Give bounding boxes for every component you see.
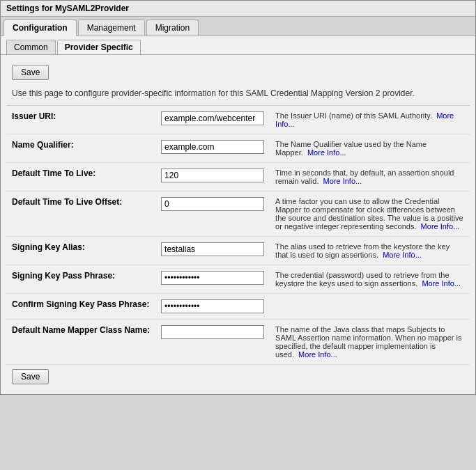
issuer-uri-label: Issuer URI: [6, 106, 155, 134]
signing-key-pass-cell [155, 265, 270, 294]
default-name-mapper-label: Default Name Mapper Class Name: [6, 320, 155, 365]
signing-key-alias-input[interactable] [161, 242, 264, 256]
table-row: Confirm Signing Key Pass Phrase: [6, 294, 470, 320]
save-button-top[interactable]: Save [12, 65, 49, 80]
default-ttl-label: Default Time To Live: [6, 163, 155, 191]
default-ttl-cell [155, 163, 270, 191]
table-row: Issuer URI: The Issuer URI (name) of thi… [6, 106, 470, 134]
table-row: Default Name Mapper Class Name: The name… [6, 320, 470, 365]
issuer-uri-desc: The Issuer URI (name) of this SAML Autho… [270, 106, 470, 134]
signing-key-alias-label: Signing Key Alias: [6, 237, 155, 265]
signing-key-pass-more-info[interactable]: More Info... [422, 279, 461, 288]
default-ttl-offset-more-info[interactable]: More Info... [421, 222, 460, 230]
table-row: Signing Key Pass Phrase: The credential … [6, 265, 470, 294]
issuer-uri-cell [155, 106, 270, 134]
signing-key-pass-label: Signing Key Pass Phrase: [6, 265, 155, 294]
save-button-bottom[interactable]: Save [12, 369, 49, 384]
tab-provider-specific[interactable]: Provider Specific [57, 40, 141, 54]
default-ttl-desc: Time in seconds that, by default, an ass… [270, 163, 470, 191]
default-ttl-input[interactable] [161, 169, 264, 182]
confirm-signing-key-pass-desc [270, 294, 470, 320]
default-ttl-offset-input[interactable] [161, 197, 264, 211]
default-ttl-more-info[interactable]: More Info... [323, 177, 362, 185]
tab-configuration[interactable]: Configuration [3, 19, 77, 36]
default-ttl-offset-desc: A time factor you can use to allow the C… [270, 191, 470, 237]
table-row: Signing Key Alias: The alias used to ret… [6, 237, 470, 265]
default-name-mapper-input[interactable] [161, 325, 264, 339]
page-description: Use this page to configure provider-spec… [6, 84, 470, 106]
window-title: Settings for MySAML2Provider [6, 3, 129, 13]
table-row: Name Qualifier: The Name Qualifier value… [6, 134, 470, 163]
settings-form: Issuer URI: The Issuer URI (name) of thi… [6, 106, 470, 365]
default-name-mapper-more-info[interactable]: More Info... [298, 350, 337, 359]
signing-key-alias-more-info[interactable]: More Info... [383, 251, 422, 259]
inner-tab-bar: Common Provider Specific [1, 36, 475, 55]
name-qualifier-cell [155, 134, 270, 163]
content-area: Save Use this page to configure provider… [1, 55, 475, 394]
confirm-signing-key-pass-input[interactable] [161, 299, 264, 313]
default-ttl-offset-cell [155, 191, 270, 237]
outer-tab-bar: Configuration Management Migration [1, 17, 475, 36]
confirm-signing-key-pass-cell [155, 294, 270, 320]
signing-key-alias-desc: The alias used to retrieve from the keys… [270, 237, 470, 265]
default-ttl-offset-label: Default Time To Live Offset: [6, 191, 155, 237]
issuer-uri-input[interactable] [161, 111, 264, 125]
signing-key-pass-input[interactable] [161, 271, 264, 285]
tab-management[interactable]: Management [78, 19, 145, 36]
title-bar: Settings for MySAML2Provider [1, 1, 475, 17]
confirm-signing-key-pass-label: Confirm Signing Key Pass Phrase: [6, 294, 155, 320]
tab-migration[interactable]: Migration [146, 19, 199, 36]
signing-key-pass-desc: The credential (password) used to retrie… [270, 265, 470, 294]
table-row: Default Time To Live Offset: A time fact… [6, 191, 470, 237]
signing-key-alias-cell [155, 237, 270, 265]
name-qualifier-label: Name Qualifier: [6, 134, 155, 163]
tab-common[interactable]: Common [6, 40, 56, 54]
name-qualifier-desc: The Name Qualifier value used by the Nam… [270, 134, 470, 163]
table-row: Default Time To Live: Time in seconds th… [6, 163, 470, 191]
name-qualifier-more-info[interactable]: More Info... [307, 148, 346, 157]
issuer-uri-more-info[interactable]: More Info... [275, 111, 454, 128]
default-name-mapper-desc: The name of the Java class that maps Sub… [270, 320, 470, 365]
top-save-bar: Save [6, 61, 470, 84]
bottom-save-bar: Save [6, 365, 470, 389]
settings-window: Settings for MySAML2Provider Configurati… [0, 0, 476, 395]
default-name-mapper-cell [155, 320, 270, 365]
name-qualifier-input[interactable] [161, 140, 264, 154]
